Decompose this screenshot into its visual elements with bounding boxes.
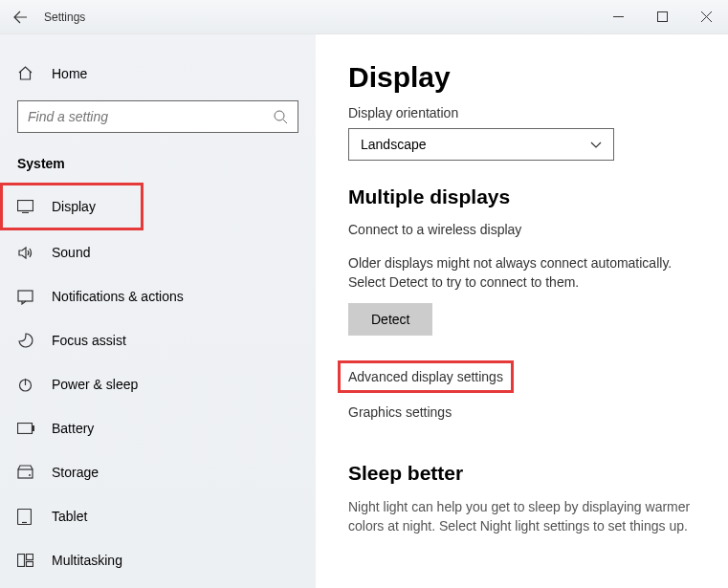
- minimize-button[interactable]: [596, 0, 640, 34]
- sidebar-item-label: Tablet: [52, 509, 87, 524]
- window-title: Settings: [44, 11, 85, 24]
- sleep-better-description: Night light can help you get to sleep by…: [348, 498, 702, 535]
- sidebar-item-sound[interactable]: Sound: [0, 230, 316, 274]
- svg-rect-5: [18, 424, 33, 434]
- orientation-select[interactable]: Landscape: [348, 128, 614, 161]
- titlebar: Settings: [0, 0, 728, 34]
- battery-icon: [17, 423, 34, 434]
- sidebar-item-label: Multitasking: [52, 553, 122, 568]
- svg-rect-3: [18, 291, 33, 301]
- orientation-value: Landscape: [361, 137, 427, 152]
- storage-icon: [17, 465, 34, 481]
- back-button[interactable]: [0, 0, 40, 34]
- sidebar-item-label: Power & sleep: [52, 377, 138, 392]
- sidebar-item-notifications[interactable]: Notifications & actions: [0, 274, 316, 318]
- sidebar: Home System Display Sound: [0, 34, 316, 588]
- wireless-display-link[interactable]: Connect to a wireless display: [348, 222, 521, 237]
- sidebar-item-battery[interactable]: Battery: [0, 406, 316, 450]
- search-icon: [273, 109, 288, 124]
- sidebar-item-label: Display: [52, 199, 96, 214]
- svg-point-1: [275, 111, 284, 120]
- svg-rect-0: [657, 12, 667, 22]
- svg-rect-12: [27, 562, 33, 567]
- sidebar-item-focus-assist[interactable]: Focus assist: [0, 318, 316, 362]
- power-icon: [17, 377, 34, 393]
- close-icon: [701, 11, 712, 22]
- sidebar-item-multitasking[interactable]: Multitasking: [0, 538, 316, 582]
- sidebar-item-storage[interactable]: Storage: [0, 450, 316, 494]
- sidebar-item-label: Notifications & actions: [52, 289, 184, 304]
- detect-button[interactable]: Detect: [348, 303, 432, 336]
- advanced-display-settings-link[interactable]: Advanced display settings: [338, 360, 514, 393]
- nav-list: Display Sound Notifications & actions Fo…: [0, 183, 316, 582]
- back-arrow-icon: [12, 10, 28, 25]
- sidebar-item-label: Sound: [52, 245, 90, 260]
- minimize-icon: [613, 11, 624, 22]
- page-title: Display: [348, 61, 705, 94]
- sidebar-item-tablet[interactable]: Tablet: [0, 494, 316, 538]
- sidebar-item-label: Focus assist: [52, 333, 126, 348]
- tablet-icon: [17, 509, 34, 525]
- chevron-down-icon: [590, 142, 602, 148]
- display-icon: [17, 200, 34, 213]
- search-input[interactable]: [17, 100, 298, 133]
- sidebar-item-label: Storage: [52, 465, 99, 480]
- sidebar-item-power-sleep[interactable]: Power & sleep: [0, 362, 316, 406]
- svg-rect-7: [18, 469, 33, 478]
- notifications-icon: [17, 289, 34, 305]
- orientation-label: Display orientation: [348, 105, 705, 120]
- main-panel: Display Display orientation Landscape Mu…: [316, 34, 728, 588]
- maximize-button[interactable]: [640, 0, 684, 34]
- graphics-settings-link[interactable]: Graphics settings: [348, 404, 452, 420]
- window-controls: [596, 0, 728, 34]
- home-icon: [17, 65, 34, 81]
- multiple-displays-title: Multiple displays: [348, 185, 705, 208]
- svg-rect-2: [18, 201, 33, 211]
- svg-rect-10: [18, 555, 25, 567]
- svg-point-8: [29, 474, 31, 476]
- sound-icon: [17, 245, 34, 261]
- sleep-better-title: Sleep better: [348, 462, 705, 485]
- sidebar-item-label: Battery: [52, 421, 94, 436]
- multitasking-icon: [17, 554, 34, 567]
- home-nav[interactable]: Home: [0, 55, 316, 91]
- maximize-icon: [657, 11, 668, 22]
- detect-description: Older displays might not always connect …: [348, 254, 702, 292]
- close-button[interactable]: [684, 0, 728, 34]
- sidebar-item-display[interactable]: Display: [0, 183, 143, 230]
- focus-assist-icon: [17, 333, 34, 349]
- svg-rect-11: [27, 555, 33, 560]
- svg-rect-6: [33, 425, 34, 431]
- home-label: Home: [52, 66, 87, 81]
- search-field[interactable]: [28, 109, 273, 124]
- category-title: System: [0, 142, 316, 183]
